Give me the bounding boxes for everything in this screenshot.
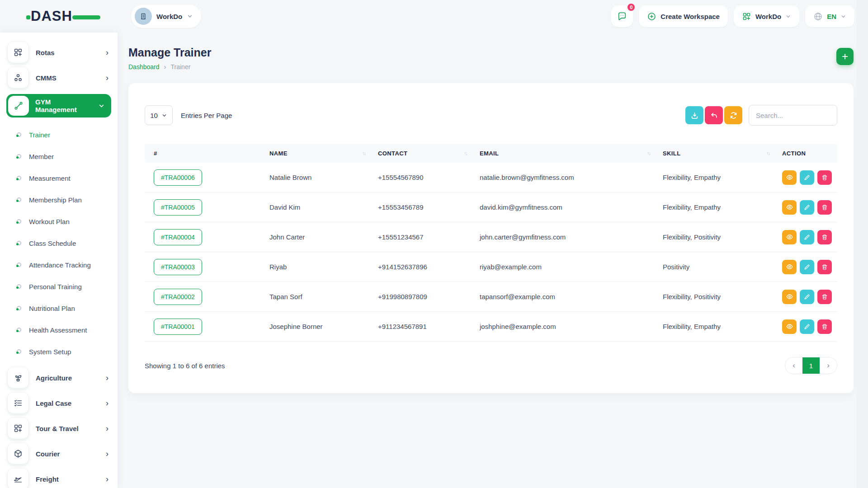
- eye-icon: [786, 234, 793, 240]
- submenu-item[interactable]: Trainer: [0, 124, 118, 145]
- submenu-item[interactable]: Member: [0, 145, 118, 167]
- delete-button[interactable]: [817, 170, 832, 185]
- create-workspace-button[interactable]: Create Workspace: [639, 5, 728, 27]
- trainer-email: joshphine@example.com: [480, 323, 663, 330]
- logo-dash-icon: [72, 15, 100, 19]
- view-button[interactable]: [782, 230, 797, 244]
- chevron-right-icon: ›: [106, 475, 108, 483]
- view-button[interactable]: [782, 200, 797, 215]
- delete-button[interactable]: [817, 319, 832, 334]
- export-button[interactable]: [685, 106, 703, 124]
- table-row: #TRA00006 Natalie Brown +15554567890 nat…: [145, 163, 837, 192]
- breadcrumb: Dashboard › Trainer: [128, 63, 211, 70]
- previous-page-button[interactable]: ‹: [785, 357, 802, 374]
- sidebar-item-agriculture[interactable]: Agriculture ›: [0, 365, 118, 390]
- workspace-switcher-button[interactable]: WorkDo: [734, 5, 799, 27]
- building-icon: [139, 12, 148, 21]
- undo-button[interactable]: [705, 106, 723, 124]
- sidebar-item-freight[interactable]: Freight ›: [0, 466, 118, 488]
- trainer-id-badge[interactable]: #TRA00003: [154, 259, 202, 275]
- edit-button[interactable]: [800, 260, 814, 274]
- sidebar-item-legal-case[interactable]: Legal Case ›: [0, 390, 118, 416]
- submenu-item[interactable]: Personal Training: [0, 276, 118, 297]
- chevron-down-icon: [840, 14, 846, 19]
- trainer-id-badge[interactable]: #TRA00001: [154, 319, 202, 335]
- submenu-item[interactable]: Nutritional Plan: [0, 297, 118, 319]
- workspace-switcher-label: WorkDo: [755, 13, 781, 20]
- edit-button[interactable]: [800, 200, 814, 215]
- bullet-icon: [17, 197, 21, 202]
- column-header-email[interactable]: EMAIL ↑↓: [480, 150, 663, 157]
- column-header-skill[interactable]: SKILL ↑↓: [663, 150, 782, 157]
- trainer-id-badge[interactable]: #TRA00006: [154, 169, 202, 186]
- column-header-action: ACTION: [782, 150, 837, 157]
- edit-button[interactable]: [800, 290, 814, 304]
- submenu-item[interactable]: Attendance Tracking: [0, 254, 118, 276]
- edit-button[interactable]: [800, 170, 814, 185]
- table-header-row: # NAME ↑↓ CONTACT ↑↓ EMAIL ↑↓ SKILL: [145, 144, 837, 163]
- submenu-item[interactable]: Membership Plan: [0, 189, 118, 211]
- trash-icon: [821, 234, 828, 240]
- view-button[interactable]: [782, 290, 797, 304]
- entries-per-page-select[interactable]: 10: [145, 105, 173, 125]
- edit-button[interactable]: [800, 230, 814, 244]
- add-trainer-button[interactable]: +: [836, 48, 854, 65]
- messages-button[interactable]: 0: [611, 5, 633, 27]
- column-header-id: #: [145, 150, 269, 157]
- eye-icon: [786, 263, 793, 270]
- bullet-icon: [17, 132, 21, 137]
- sidebar-item-cmms[interactable]: CMMS ›: [0, 65, 118, 90]
- chevron-right-icon: ›: [106, 424, 108, 432]
- view-button[interactable]: [782, 170, 797, 185]
- sidebar-group-gym-management[interactable]: GYM Management: [6, 94, 111, 117]
- language-label: EN: [827, 13, 836, 20]
- column-header-contact[interactable]: CONTACT ↑↓: [378, 150, 480, 157]
- view-button[interactable]: [782, 319, 797, 334]
- gym-management-submenu: Trainer Member Measurement Membership Pl…: [0, 121, 118, 365]
- trainer-contact: +911234567891: [378, 323, 480, 330]
- trainer-contact: +15551234567: [378, 233, 480, 241]
- page-number-button[interactable]: 1: [802, 357, 820, 374]
- column-header-name[interactable]: NAME ↑↓: [269, 150, 378, 157]
- submenu-item[interactable]: Measurement: [0, 167, 118, 189]
- topbar: DASH WorkDo 0: [0, 0, 868, 33]
- trainer-skill: Flexibility, Empathy: [663, 174, 782, 181]
- bullet-icon: [17, 263, 21, 267]
- table-row: #TRA00003 Riyab +914152637896 riyab@exam…: [145, 252, 837, 282]
- trainer-contact: +914152637896: [378, 263, 480, 271]
- trainer-id-badge[interactable]: #TRA00004: [154, 229, 202, 245]
- delete-button[interactable]: [817, 290, 832, 304]
- trainer-id-badge[interactable]: #TRA00005: [154, 199, 202, 216]
- table-row: #TRA00005 David Kim +15553456789 david.k…: [145, 192, 837, 222]
- view-button[interactable]: [782, 260, 797, 274]
- search-input[interactable]: [749, 105, 837, 126]
- refresh-icon: [730, 112, 737, 119]
- trainer-id-badge[interactable]: #TRA00002: [154, 289, 202, 305]
- sidebar-item-rotas[interactable]: Rotas ›: [0, 40, 118, 65]
- page-title: Manage Trainer: [128, 46, 211, 59]
- language-selector[interactable]: EN: [805, 5, 854, 27]
- eye-icon: [786, 293, 793, 300]
- submenu-item[interactable]: Workout Plan: [0, 211, 118, 232]
- refresh-button[interactable]: [724, 106, 742, 124]
- pagination: ‹ 1 ›: [785, 357, 837, 374]
- scrollbar-track[interactable]: [856, 0, 868, 488]
- workspace-name: WorkDo: [156, 13, 182, 20]
- brand-logo[interactable]: DASH: [0, 8, 118, 24]
- sidebar-item-tour-travel[interactable]: Tour & Travel ›: [0, 416, 118, 441]
- breadcrumb-dashboard-link[interactable]: Dashboard: [128, 63, 160, 70]
- delete-button[interactable]: [817, 260, 832, 274]
- workspace-selector[interactable]: WorkDo: [131, 5, 201, 28]
- delete-button[interactable]: [817, 200, 832, 215]
- sidebar-item-courier[interactable]: Courier ›: [0, 441, 118, 466]
- submenu-item[interactable]: Class Schedule: [0, 232, 118, 254]
- delete-button[interactable]: [817, 230, 832, 244]
- eye-icon: [786, 174, 793, 181]
- edit-button[interactable]: [800, 319, 814, 334]
- submenu-item[interactable]: System Setup: [0, 341, 118, 362]
- submenu-item[interactable]: Health Assessment: [0, 319, 118, 341]
- chevron-down-icon: [98, 103, 105, 109]
- create-workspace-label: Create Workspace: [660, 13, 720, 20]
- next-page-button[interactable]: ›: [820, 357, 837, 374]
- trainer-skill: Flexibility, Empathy: [663, 323, 782, 330]
